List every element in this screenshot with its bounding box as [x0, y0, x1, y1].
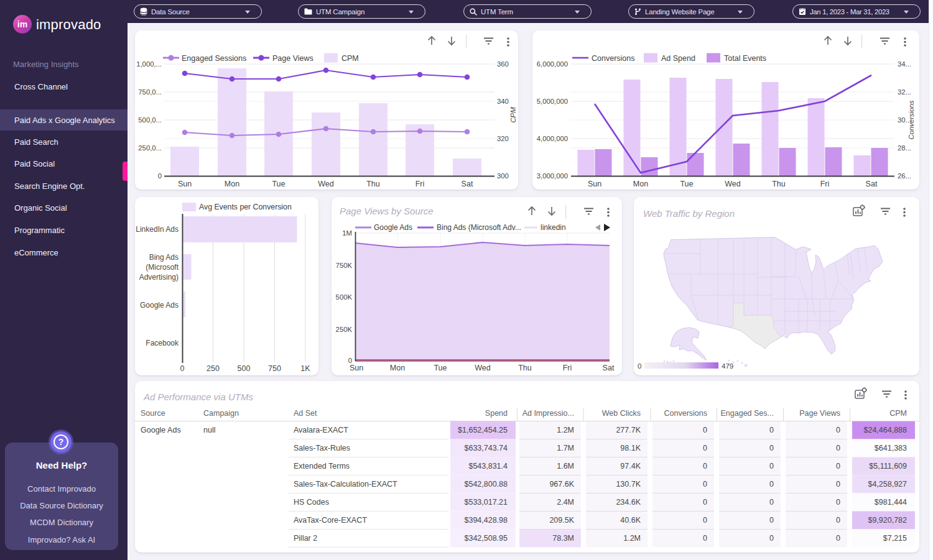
svg-text:CPM: CPM	[889, 409, 907, 418]
svg-text:Bing Ads: Bing Ads	[149, 253, 179, 262]
svg-text:340: 340	[497, 98, 509, 105]
svg-text:1,000,...: 1,000,...	[136, 60, 162, 68]
svg-text:null: null	[203, 426, 215, 434]
svg-text:$394,428.98: $394,428.98	[464, 516, 508, 525]
svg-text:Sales-Tax-Calculation-EXACT: Sales-Tax-Calculation-EXACT	[294, 480, 397, 489]
svg-text:40.6K: 40.6K	[620, 516, 641, 525]
svg-text:0: 0	[836, 426, 840, 434]
svg-text:Mon: Mon	[390, 364, 405, 372]
svg-text:$981,444: $981,444	[875, 498, 907, 507]
svg-text:97.4K: 97.4K	[620, 462, 641, 470]
svg-text:Wed: Wed	[725, 180, 741, 188]
svg-text:360: 360	[497, 60, 509, 68]
svg-text:0: 0	[638, 362, 641, 370]
svg-text:Advertising): Advertising)	[139, 273, 179, 282]
svg-text:Sun: Sun	[178, 180, 192, 188]
svg-text:linkedin: linkedin	[541, 223, 566, 232]
svg-text:500,0...: 500,0...	[138, 116, 162, 124]
svg-text:234.6K: 234.6K	[616, 498, 641, 507]
svg-text:Ad Spend: Ad Spend	[661, 54, 695, 63]
svg-text:277.7K: 277.7K	[616, 426, 641, 434]
svg-text:Page Views: Page Views	[272, 54, 313, 63]
svg-text:5,000,000: 5,000,000	[537, 98, 568, 105]
svg-text:750: 750	[268, 364, 281, 373]
svg-text:Page Views by Source: Page Views by Source	[340, 206, 434, 216]
svg-text:Web Traffic by Region: Web Traffic by Region	[643, 208, 735, 219]
svg-text:250,0...: 250,0...	[138, 144, 162, 152]
svg-text:0: 0	[158, 172, 162, 180]
svg-text:1M: 1M	[342, 229, 352, 237]
svg-text:Web Clicks: Web Clicks	[602, 409, 641, 418]
svg-text:Conversions: Conversions	[907, 100, 915, 139]
svg-text:Ad Set: Ad Set	[294, 409, 317, 418]
svg-text:Sat: Sat	[603, 364, 615, 372]
svg-text:2.4M: 2.4M	[557, 498, 574, 507]
svg-text:130.7K: 130.7K	[616, 480, 641, 489]
svg-text:750,0...: 750,0...	[138, 88, 162, 96]
svg-text:Wed: Wed	[318, 180, 334, 188]
svg-text:Fri: Fri	[415, 180, 425, 188]
svg-text:CPM: CPM	[509, 107, 517, 123]
svg-text:Total Events: Total Events	[724, 54, 766, 63]
svg-text:0: 0	[769, 426, 774, 434]
svg-text:34...: 34...	[898, 60, 911, 68]
svg-text:Wed: Wed	[475, 364, 491, 372]
svg-text:Sales-Tax-Rules: Sales-Tax-Rules	[294, 444, 350, 452]
svg-text:Source: Source	[141, 409, 165, 418]
svg-text:HS Codes: HS Codes	[294, 498, 329, 507]
svg-text:209.5K: 209.5K	[549, 516, 574, 525]
svg-text:$5,111,609: $5,111,609	[869, 462, 907, 470]
svg-text:Thu: Thu	[772, 180, 786, 188]
svg-text:0: 0	[769, 534, 774, 543]
svg-text:$533,017.21: $533,017.21	[464, 498, 508, 507]
svg-text:Fri: Fri	[820, 180, 830, 188]
svg-text:$342,508.95: $342,508.95	[464, 534, 508, 543]
svg-text:0: 0	[769, 480, 774, 489]
svg-text:300: 300	[497, 172, 509, 180]
svg-text:0: 0	[703, 444, 707, 452]
svg-text:Page Views: Page Views	[799, 409, 840, 418]
svg-text:0: 0	[836, 480, 840, 489]
svg-text:Google Ads: Google Ads	[141, 426, 181, 434]
svg-text:1K: 1K	[300, 364, 310, 373]
svg-text:0: 0	[769, 498, 774, 507]
svg-text:78.3M: 78.3M	[552, 534, 574, 543]
svg-text:500: 500	[238, 364, 251, 373]
svg-text:967.6K: 967.6K	[549, 480, 574, 489]
svg-text:$1,652,454.25: $1,652,454.25	[458, 426, 508, 434]
svg-text:Facebook: Facebook	[146, 339, 179, 347]
svg-text:Fri: Fri	[563, 364, 572, 372]
svg-text:0: 0	[703, 534, 707, 543]
svg-text:Campaign: Campaign	[203, 409, 239, 418]
svg-text:Ad Performance via UTMs: Ad Performance via UTMs	[143, 392, 253, 402]
svg-text:0: 0	[836, 462, 840, 470]
svg-text:1.7M: 1.7M	[557, 444, 574, 452]
svg-text:$4,258,927: $4,258,927	[868, 480, 907, 489]
svg-text:0: 0	[703, 426, 707, 434]
svg-text:Extended Terms: Extended Terms	[294, 462, 350, 470]
svg-text:Thu: Thu	[366, 180, 380, 188]
svg-text:250K: 250K	[336, 326, 353, 333]
svg-text:Engaged Sessions: Engaged Sessions	[182, 54, 246, 63]
svg-text:0: 0	[836, 534, 840, 543]
svg-text:1.2M: 1.2M	[623, 534, 641, 543]
svg-text:(Microsoft: (Microsoft	[146, 263, 179, 272]
svg-text:6,000,000: 6,000,000	[537, 60, 568, 68]
svg-text:Google Ads: Google Ads	[140, 301, 179, 310]
svg-text:0: 0	[703, 480, 707, 489]
svg-text:Sun: Sun	[350, 364, 363, 372]
svg-text:Pillar 2: Pillar 2	[294, 534, 317, 543]
svg-text:Sun: Sun	[588, 180, 601, 188]
svg-text:Tue: Tue	[272, 180, 285, 188]
svg-text:$543,831.4: $543,831.4	[468, 462, 508, 470]
svg-text:0: 0	[836, 498, 840, 507]
svg-text:$24,464,888: $24,464,888	[863, 426, 907, 434]
svg-text:1.2M: 1.2M	[557, 426, 574, 434]
svg-text:$7,215: $7,215	[883, 534, 907, 543]
svg-text:Mon: Mon	[225, 180, 239, 188]
svg-text:250: 250	[207, 364, 220, 373]
svg-text:CPM: CPM	[341, 54, 359, 63]
svg-text:0: 0	[703, 498, 707, 507]
svg-text:Conversions: Conversions	[664, 409, 707, 418]
svg-text:$633,743.74: $633,743.74	[464, 444, 508, 452]
